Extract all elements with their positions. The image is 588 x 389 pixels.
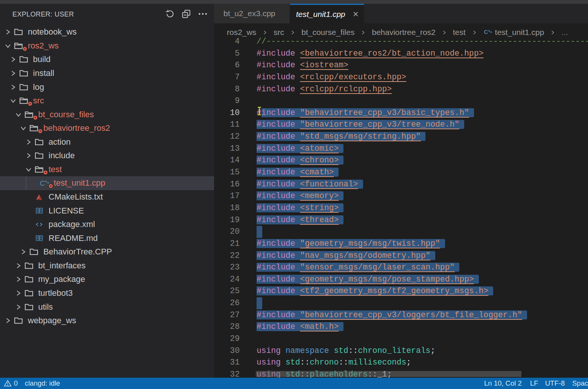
svg-text:C: C: [40, 180, 45, 187]
svg-text:C: C: [484, 29, 488, 35]
svg-text:+: +: [490, 30, 492, 34]
